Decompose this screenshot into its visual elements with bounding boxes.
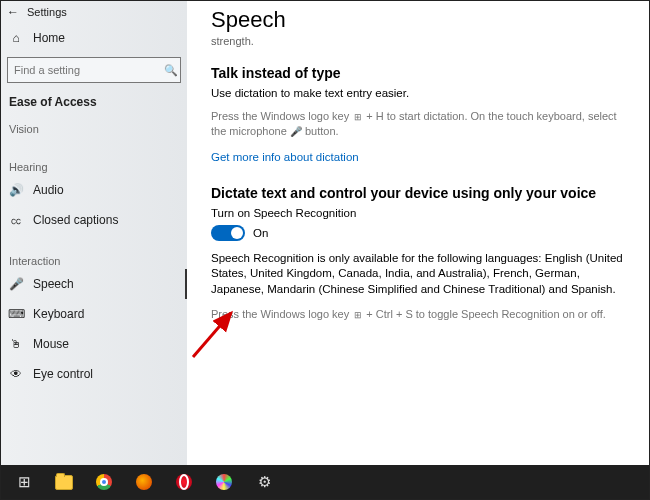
- sidebar-category: Ease of Access: [1, 87, 187, 113]
- sidebar-item-label: Eye control: [33, 367, 93, 381]
- speech-recognition-toggle-row: On: [211, 225, 625, 241]
- taskbar: ⊞ ⚙: [1, 465, 649, 499]
- sidebar-item-label: Speech: [33, 277, 74, 291]
- sidebar-item-eye-control[interactable]: 👁 Eye control: [1, 359, 187, 389]
- sidebar-item-label: Closed captions: [33, 213, 118, 227]
- windows-key-icon: [352, 112, 363, 123]
- sidebar-item-label: Keyboard: [33, 307, 84, 321]
- sidebar-item-keyboard[interactable]: ⌨ Keyboard: [1, 299, 187, 329]
- audio-icon: 🔊: [9, 183, 23, 197]
- app-title: Settings: [27, 6, 67, 18]
- firefox-icon: [136, 474, 152, 490]
- paint-icon: [216, 474, 232, 490]
- search-box[interactable]: 🔍: [7, 57, 181, 83]
- taskbar-chrome[interactable]: [85, 467, 123, 497]
- microphone-icon: [290, 125, 302, 137]
- dictate-hint: Press the Windows logo key + Ctrl + S to…: [211, 307, 625, 322]
- section-dictate-heading: Dictate text and control your device usi…: [211, 185, 625, 201]
- section-talk-heading: Talk instead of type: [211, 65, 625, 81]
- home-icon: ⌂: [9, 31, 23, 45]
- titlebar: ← Settings: [1, 1, 187, 23]
- toggle-knob: [231, 227, 243, 239]
- sidebar-group-interaction: Interaction: [1, 245, 187, 269]
- gear-icon: ⚙: [258, 473, 271, 491]
- mouse-icon: 🖱: [9, 337, 23, 351]
- taskbar-paint[interactable]: [205, 467, 243, 497]
- sidebar-item-speech[interactable]: 🎤 Speech: [1, 269, 187, 299]
- captions-icon: ㏄: [9, 212, 23, 229]
- sidebar-item-label: Audio: [33, 183, 64, 197]
- sidebar-item-mouse[interactable]: 🖱 Mouse: [1, 329, 187, 359]
- eye-icon: 👁: [9, 367, 23, 381]
- sidebar-item-closed-captions[interactable]: ㏄ Closed captions: [1, 205, 187, 235]
- sidebar-group-vision: Vision: [1, 113, 187, 137]
- sidebar-item-audio[interactable]: 🔊 Audio: [1, 175, 187, 205]
- search-wrap: 🔍: [1, 53, 187, 87]
- sidebar: ← Settings ⌂ Home 🔍 Ease of Access Visio…: [1, 1, 187, 465]
- talk-hint: Press the Windows logo key + H to start …: [211, 109, 625, 139]
- start-button[interactable]: ⊞: [5, 467, 43, 497]
- page-title: Speech: [211, 7, 625, 33]
- app-body: ← Settings ⌂ Home 🔍 Ease of Access Visio…: [1, 1, 649, 465]
- availability-text: Speech Recognition is only available for…: [211, 251, 625, 298]
- sidebar-home[interactable]: ⌂ Home: [1, 23, 187, 53]
- opera-icon: [176, 474, 192, 490]
- search-icon: 🔍: [158, 64, 184, 77]
- settings-window: ← Settings ⌂ Home 🔍 Ease of Access Visio…: [0, 0, 650, 500]
- sidebar-group-hearing: Hearing: [1, 151, 187, 175]
- speech-icon: 🎤: [9, 277, 23, 291]
- content-pane: Speech strength. Talk instead of type Us…: [187, 1, 649, 465]
- chrome-icon: [96, 474, 112, 490]
- taskbar-firefox[interactable]: [125, 467, 163, 497]
- toggle-label: Turn on Speech Recognition: [211, 207, 625, 219]
- explorer-icon: [55, 475, 73, 490]
- back-icon[interactable]: ←: [7, 5, 19, 19]
- search-input[interactable]: [8, 64, 158, 76]
- page-subtitle: strength.: [211, 35, 625, 47]
- windows-key-icon: [352, 310, 363, 321]
- sidebar-home-label: Home: [33, 31, 65, 45]
- toggle-state: On: [253, 227, 268, 239]
- keyboard-icon: ⌨: [9, 307, 23, 321]
- talk-body: Use dictation to make text entry easier.: [211, 87, 625, 99]
- taskbar-opera[interactable]: [165, 467, 203, 497]
- taskbar-settings[interactable]: ⚙: [245, 467, 283, 497]
- sidebar-item-label: Mouse: [33, 337, 69, 351]
- taskbar-file-explorer[interactable]: [45, 467, 83, 497]
- speech-recognition-toggle[interactable]: [211, 225, 245, 241]
- dictation-info-link[interactable]: Get more info about dictation: [211, 151, 359, 163]
